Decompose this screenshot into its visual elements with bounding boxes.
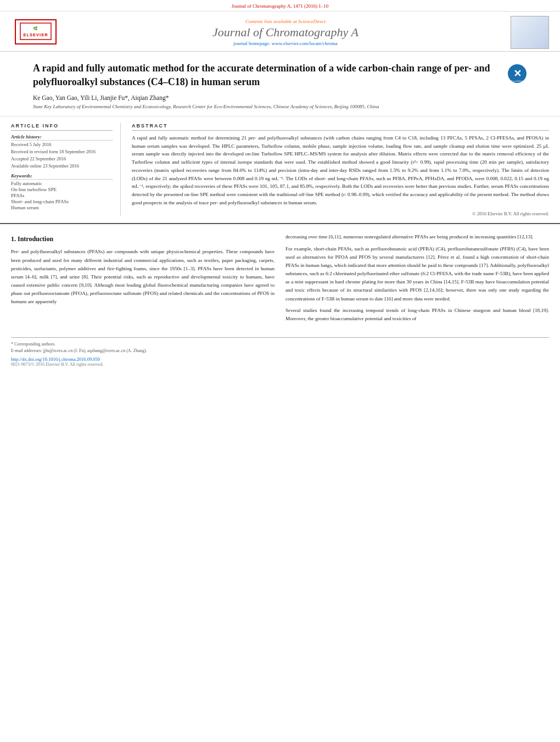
sciencedirect-link: Contents lists available at ScienceDirec… <box>60 19 511 24</box>
abstract-text: A rapid and fully automatic method for d… <box>132 134 549 207</box>
affiliation: State Key Laboratory of Environmental Ch… <box>33 103 527 110</box>
right-column: decreasing over time [6,11], numerous no… <box>285 233 549 326</box>
accepted-date: Accepted 22 September 2016 <box>11 156 113 163</box>
keyword-1: Fully automatic <box>11 181 113 186</box>
available-online: Available online 23 September 2016 <box>11 163 113 170</box>
elsevier-logo-area: 🌿 ELSEVIER <box>11 16 60 49</box>
header-center: Contents lists available at ScienceDirec… <box>60 19 511 46</box>
copyright: © 2016 Elsevier B.V. All rights reserved… <box>132 211 549 216</box>
journal-cover-image <box>511 16 549 49</box>
keyword-4: Short- and long-chain PFASs <box>11 199 113 204</box>
abstract-panel: ABSTRACT A rapid and fully automatic met… <box>132 123 549 216</box>
intro-paragraph-3: For example, short-chain PFASs, such as … <box>285 245 549 303</box>
journal-header: 🌿 ELSEVIER Contents lists available at S… <box>0 12 560 52</box>
email-addresses: E-mail addresses: jjfu@rcees.ac.cn (J. F… <box>11 348 549 354</box>
elsevier-brand-box: 🌿 ELSEVIER <box>15 19 57 44</box>
crossmark-badge: ✕ CrossMark <box>507 64 527 83</box>
homepage-link: journal homepage: www.elsevier.com/locat… <box>60 41 511 46</box>
intro-paragraph-1: Per- and polyfluoroalkyl substances (PFA… <box>11 248 275 306</box>
received-date: Received 5 July 2016 <box>11 142 113 148</box>
svg-text:🌿: 🌿 <box>33 26 38 31</box>
keywords-label: Keywords: <box>11 173 113 180</box>
history-label: Article history: <box>11 134 113 141</box>
journal-title: Journal of Chromatography A <box>60 25 511 40</box>
intro-paragraph-2: decreasing over time [6,11], numerous no… <box>285 233 549 241</box>
issn-line: 0021-9673/© 2016 Elsevier B.V. All right… <box>11 362 549 367</box>
article-footer: * Corresponding authors. E-mail addresse… <box>11 337 549 369</box>
keyword-3: PFASs <box>11 193 113 198</box>
article-info-abstract: ARTICLE INFO Article history: Received 5… <box>0 116 560 224</box>
svg-text:CrossMark: CrossMark <box>511 80 524 82</box>
abstract-header: ABSTRACT <box>132 123 549 131</box>
keyword-5: Human serum <box>11 205 113 210</box>
svg-text:✕: ✕ <box>513 68 522 79</box>
received-revised: Received in revised form 18 September 20… <box>11 149 113 155</box>
article-title-section: A rapid and fully automatic method for t… <box>0 52 560 116</box>
left-column: 1. Introduction Per- and polyfluoroalkyl… <box>11 233 275 326</box>
intro-paragraph-4: Several studies found the increasing tem… <box>285 306 549 323</box>
main-content: 1. Introduction Per- and polyfluoroalkyl… <box>0 224 560 337</box>
svg-text:ELSEVIER: ELSEVIER <box>23 32 48 37</box>
intro-section-title: 1. Introduction <box>11 235 275 243</box>
corresponding-authors: * Corresponding authors. <box>11 341 549 348</box>
keyword-2: On-line turboflow SPE <box>11 187 113 192</box>
doi-link[interactable]: http://dx.doi.org/10.1016/j.chroma.2016.… <box>11 356 100 362</box>
article-info-header: ARTICLE INFO <box>11 123 113 131</box>
journal-citation: Journal of Chromatography A, 1471 (2016)… <box>0 0 560 12</box>
article-title: A rapid and fully automatic method for t… <box>33 62 496 89</box>
authors: Ke Gao, Yan Gao, Yili Li, Jianjie Fu*, A… <box>33 94 527 101</box>
article-info-panel: ARTICLE INFO Article history: Received 5… <box>11 123 121 216</box>
